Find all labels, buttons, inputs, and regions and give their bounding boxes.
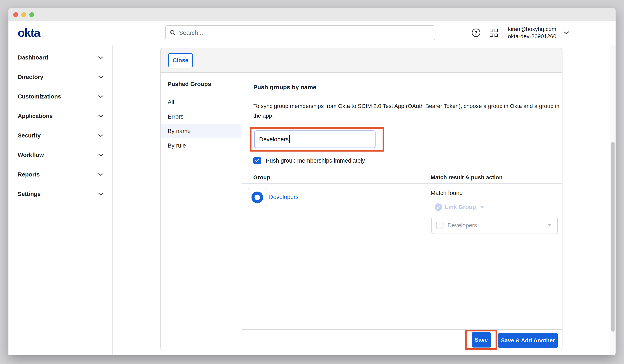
chevron-down-icon — [98, 115, 103, 118]
subnav-item-errors[interactable]: Errors — [161, 109, 241, 124]
chevron-down-icon — [98, 193, 103, 196]
table-top-border — [242, 171, 562, 171]
annotation-highlight-input: Developers — [250, 127, 384, 152]
group-avatar — [248, 188, 267, 207]
sidebar-item-reports[interactable]: Reports — [8, 165, 112, 184]
app-header: okta ? kiran@boxyhq.com okta-d — [8, 21, 616, 45]
table-header-border — [242, 183, 562, 183]
org-name: okta-dev-20901260 — [503, 33, 561, 40]
sidebar-nav: Dashboard Directory Customizations Appli… — [8, 45, 113, 355]
close-button[interactable]: Close — [168, 53, 193, 67]
save-button[interactable]: Save — [472, 332, 491, 347]
row-border — [422, 235, 562, 235]
footer-divider — [242, 329, 562, 330]
panel-title: Push groups by name — [253, 83, 316, 91]
search-icon — [170, 29, 176, 36]
push-immediately-label: Push group memberships immediately — [266, 157, 365, 164]
okta-logo: okta — [18, 21, 40, 45]
link-icon — [435, 203, 442, 211]
browser-window: okta ? kiran@boxyhq.com okta-d — [8, 8, 616, 355]
sidebar-item-settings[interactable]: Settings — [8, 184, 112, 204]
account-menu[interactable]: kiran@boxyhq.com okta-dev-20901260 — [503, 26, 561, 40]
chevron-down-icon — [98, 154, 103, 156]
search-bar[interactable] — [165, 25, 435, 40]
match-status: Match found — [431, 190, 463, 196]
subnav-item-by-rule[interactable]: By rule — [161, 138, 241, 153]
scrollbar-thumb[interactable] — [611, 142, 615, 332]
close-window-button[interactable] — [13, 12, 18, 17]
panel-description: To sync group memberships from Okta to S… — [253, 101, 563, 121]
sidebar-item-workflow[interactable]: Workflow — [8, 145, 112, 165]
caret-down-icon — [548, 224, 551, 227]
sidebar-item-security[interactable]: Security — [8, 126, 112, 145]
subnav-title: Pushed Groups — [168, 81, 211, 87]
chevron-down-icon — [98, 134, 103, 137]
pushed-groups-subnav: Pushed Groups All Errors By name By rule — [161, 73, 241, 350]
sidebar-item-directory[interactable]: Directory — [8, 67, 112, 87]
subnav-item-by-name[interactable]: By name — [161, 124, 241, 138]
target-group-select[interactable]: Developers — [431, 217, 558, 234]
chevron-down-icon — [98, 56, 103, 59]
help-icon[interactable]: ? — [472, 28, 480, 37]
user-email: kiran@boxyhq.com — [503, 26, 561, 33]
save-and-add-another-button[interactable]: Save & Add Another — [498, 333, 558, 348]
link-group-label: Link Group — [445, 204, 476, 210]
sidebar-item-applications[interactable]: Applications — [8, 106, 112, 126]
chevron-down-icon — [98, 76, 103, 78]
search-input[interactable] — [179, 26, 435, 40]
dialog-header: Close — [161, 48, 562, 73]
text-cursor — [289, 135, 290, 143]
main-content: Close Pushed Groups All Errors By name — [113, 45, 616, 355]
sidebar-item-dashboard[interactable]: Dashboard — [8, 48, 112, 67]
annotation-highlight-save: Save — [465, 330, 497, 350]
traffic-lights — [13, 12, 34, 17]
chevron-down-icon — [98, 95, 103, 98]
row-border — [242, 235, 421, 235]
apps-grid-icon[interactable] — [490, 29, 498, 37]
target-group-value: Developers — [447, 222, 544, 229]
caret-down-icon — [480, 206, 484, 208]
chevron-down-icon[interactable] — [564, 31, 569, 34]
minimize-window-button[interactable] — [21, 12, 26, 17]
push-groups-dialog: Close Pushed Groups All Errors By name — [160, 48, 563, 350]
group-placeholder-icon — [436, 222, 443, 229]
chevron-down-icon — [98, 173, 103, 176]
column-header-group: Group — [253, 174, 270, 181]
check-icon — [255, 158, 260, 163]
link-group-dropdown-button[interactable]: Link Group — [435, 203, 484, 211]
desktop-background: okta ? kiran@boxyhq.com okta-d — [0, 0, 624, 364]
zoom-window-button[interactable] — [29, 12, 34, 17]
sidebar-item-customizations[interactable]: Customizations — [8, 87, 112, 106]
group-name-link[interactable]: Developers — [269, 194, 299, 200]
push-immediately-checkbox[interactable] — [253, 157, 261, 164]
push-immediately-row: Push group memberships immediately — [253, 157, 365, 164]
subnav-item-all[interactable]: All — [161, 95, 241, 109]
push-by-name-panel: Push groups by name To sync group member… — [242, 73, 562, 350]
column-header-match: Match result & push action — [431, 174, 503, 181]
group-name-input[interactable]: Developers — [254, 130, 376, 148]
group-ring-icon — [252, 192, 263, 203]
window-titlebar — [8, 8, 616, 21]
